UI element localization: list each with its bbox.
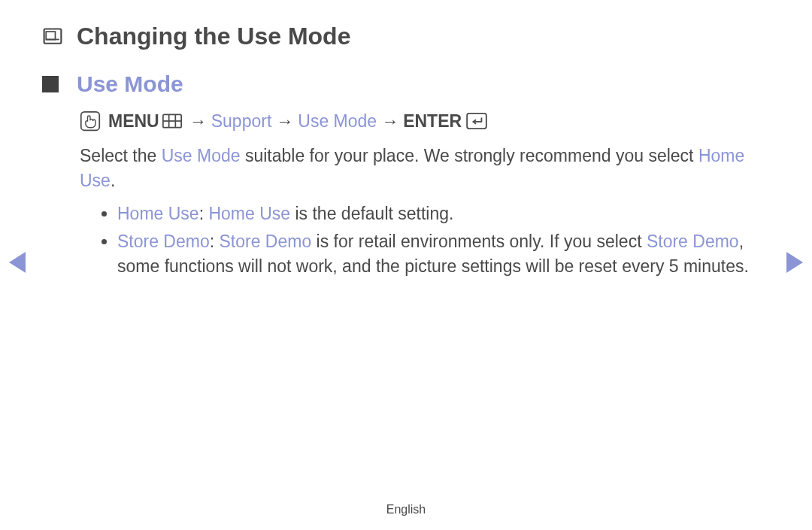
intro-text: suitable for your place. We strongly rec…	[241, 146, 698, 165]
intro-text: Select the	[80, 146, 162, 165]
options-list: Home Use: Home Use is the default settin…	[117, 201, 752, 280]
option-store-demo: Store Demo	[117, 232, 210, 251]
page-title: Changing the Use Mode	[77, 23, 350, 50]
intro-paragraph: Select the Use Mode suitable for your pl…	[80, 144, 752, 194]
breadcrumb-support: Support	[211, 111, 272, 132]
section-row: Use Mode	[42, 71, 752, 97]
menu-label: MENU	[108, 111, 159, 132]
list-item: Store Demo: Store Demo is for retail env…	[117, 229, 752, 280]
option-text: :	[210, 232, 220, 251]
enter-key-icon	[466, 113, 487, 129]
list-item: Home Use: Home Use is the default settin…	[117, 201, 752, 226]
footer-language: English	[0, 503, 812, 516]
intro-use-mode: Use Mode	[162, 146, 241, 165]
arrow-separator: →	[189, 111, 207, 132]
square-bullet-icon	[42, 76, 59, 92]
section-heading: Use Mode	[77, 71, 183, 97]
option-text: is the default setting.	[290, 204, 453, 223]
option-text: is for retail environments only. If you …	[311, 232, 647, 251]
option-store-demo: Store Demo	[220, 232, 312, 251]
menu-grid-icon	[162, 114, 182, 129]
option-text: :	[199, 204, 209, 223]
enter-label: ENTER	[403, 111, 462, 132]
next-page-arrow[interactable]	[786, 252, 803, 273]
menu-path: MENU → Support → Use Mode → ENTER	[80, 111, 752, 132]
page-title-row: Changing the Use Mode	[42, 23, 752, 50]
touch-hand-icon	[80, 111, 101, 132]
option-store-demo: Store Demo	[647, 232, 739, 251]
intro-text: .	[111, 171, 115, 190]
arrow-separator: →	[381, 111, 398, 132]
option-home-use: Home Use	[208, 204, 290, 223]
manual-icon	[42, 26, 63, 47]
prev-page-arrow[interactable]	[9, 252, 26, 273]
arrow-separator: →	[276, 111, 293, 132]
option-home-use: Home Use	[117, 204, 199, 223]
breadcrumb-use-mode: Use Mode	[298, 111, 377, 132]
